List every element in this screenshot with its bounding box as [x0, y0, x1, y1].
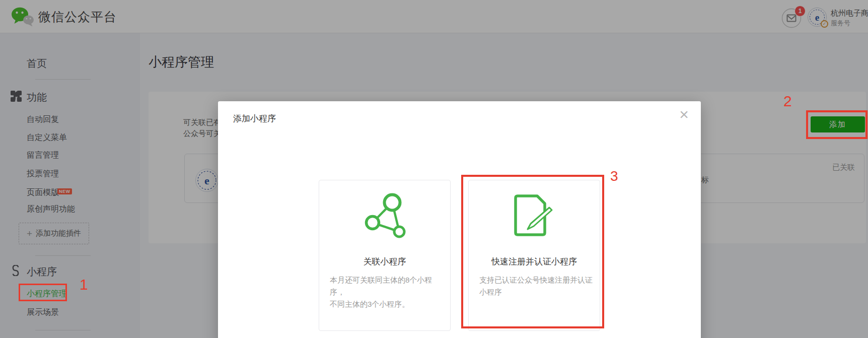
- card-desc-line1: 本月还可关联同主体的8个小程序，: [330, 276, 432, 296]
- card-title: 关联小程序: [319, 256, 450, 267]
- annotation-digit-3: 3: [610, 169, 618, 183]
- add-miniprogram-dialog: 添加小程序 × 关联小程序 本月还可关联同主体的8个小程序， 不同主体的3个小程…: [218, 101, 701, 338]
- card-link-miniprogram[interactable]: 关联小程序 本月还可关联同主体的8个小程序， 不同主体的3个小程序。: [319, 180, 451, 331]
- card-description: 本月还可关联同主体的8个小程序， 不同主体的3个小程序。: [330, 274, 445, 310]
- annotation-digit-1: 1: [80, 277, 88, 292]
- annotation-box-step1: [19, 284, 67, 301]
- dialog-title: 添加小程序: [233, 113, 276, 124]
- card-desc-line2: 不同主体的3个小程序。: [330, 300, 409, 308]
- close-icon[interactable]: ×: [679, 106, 689, 122]
- annotation-box-step3: [461, 175, 604, 328]
- link-nodes-icon: [361, 192, 409, 241]
- annotation-digit-2: 2: [783, 94, 792, 109]
- annotation-box-step2: [806, 110, 867, 139]
